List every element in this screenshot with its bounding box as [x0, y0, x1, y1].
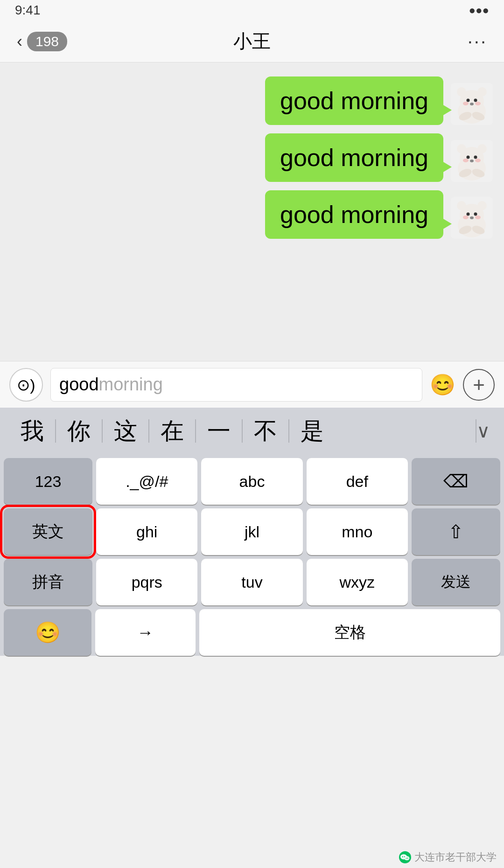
plus-button[interactable]: + — [463, 369, 495, 401]
key-pinyin[interactable]: 拼音 — [4, 559, 92, 605]
svg-point-15 — [467, 156, 470, 159]
svg-point-17 — [463, 159, 469, 162]
bubble-wrap: good morning — [265, 76, 443, 125]
suggest-4[interactable]: 一 — [196, 416, 242, 447]
avatar-1 — [451, 83, 493, 125]
key-symbols[interactable]: ._@/# — [96, 458, 197, 505]
voice-icon: ⊙) — [17, 375, 35, 394]
input-area: ⊙) good morning 😊 + — [0, 361, 504, 408]
message-row: good morning — [11, 133, 493, 182]
shift-icon: ⇧ — [448, 521, 464, 542]
svg-point-28 — [463, 215, 469, 219]
svg-point-13 — [457, 144, 466, 153]
key-english[interactable]: 英文 — [4, 508, 92, 555]
emoji-button[interactable]: 😊 — [430, 373, 455, 397]
svg-point-14 — [477, 144, 487, 153]
message-bubble-1[interactable]: good morning — [265, 76, 443, 125]
suggestion-row: 我 你 这 在 一 不 是 — [9, 416, 476, 447]
keyboard-row-2: 英文 ghi jkl mno ⇧ — [4, 508, 500, 555]
svg-point-30 — [470, 216, 474, 219]
suggestion-text: morning — [99, 375, 163, 395]
bubble-wrap: good morning — [265, 133, 443, 182]
key-def[interactable]: def — [307, 458, 408, 505]
key-tuv[interactable]: tuv — [201, 559, 302, 605]
key-wxyz[interactable]: wxyz — [307, 559, 408, 605]
suggest-0[interactable]: 我 — [9, 416, 55, 447]
key-ghi[interactable]: ghi — [96, 508, 197, 555]
key-123[interactable]: 123 — [4, 458, 92, 505]
header: ‹ 198 小王 ··· — [0, 21, 504, 62]
keyboard-row-3: 拼音 pqrs tuv wxyz 发送 — [4, 559, 500, 605]
keyboard-row-1: 123 ._@/# abc def ⌫ — [4, 458, 500, 505]
key-abc[interactable]: abc — [201, 458, 302, 505]
back-icon[interactable]: ‹ — [17, 32, 22, 51]
suggest-3[interactable]: 在 — [149, 416, 195, 447]
suggest-6[interactable]: 是 — [289, 416, 335, 447]
key-send[interactable]: 发送 — [412, 559, 500, 605]
keyboard: 123 ._@/# abc def ⌫ 英文 ghi jkl mno ⇧ — [0, 454, 504, 656]
suggest-2[interactable]: 这 — [103, 416, 148, 447]
svg-point-7 — [475, 102, 481, 105]
svg-point-26 — [467, 213, 470, 216]
typed-text: good — [59, 375, 99, 395]
svg-point-29 — [475, 215, 481, 219]
key-mno[interactable]: mno — [307, 508, 408, 555]
arrow-icon: → — [137, 623, 154, 642]
svg-point-2 — [457, 87, 466, 97]
key-arrow[interactable]: → — [95, 609, 196, 656]
message-bubble-2[interactable]: good morning — [265, 133, 443, 182]
svg-point-35 — [402, 856, 403, 857]
watermark-text: 大连市老干部大学 — [414, 850, 497, 864]
bubble-wrap: good morning — [265, 190, 443, 239]
message-bubble-3[interactable]: good morning — [265, 190, 443, 239]
emoji-keyboard-icon: 😊 — [35, 620, 61, 645]
chat-area: good morning — [0, 62, 504, 361]
wechat-logo-icon — [399, 851, 412, 864]
voice-button[interactable]: ⊙) — [9, 368, 43, 402]
avatar-2 — [451, 140, 493, 182]
watermark: 大连市老干部大学 — [399, 850, 497, 864]
key-shift[interactable]: ⇧ — [412, 508, 500, 555]
message-row: good morning — [11, 190, 493, 239]
message-row: good morning — [11, 76, 493, 125]
svg-point-39 — [407, 858, 408, 859]
status-bar: 9:41 ●●● — [0, 0, 504, 21]
svg-point-16 — [474, 156, 477, 159]
chat-title: 小王 — [233, 28, 271, 54]
keyboard-row-4: 😊 → 空格 — [4, 609, 500, 656]
more-button[interactable]: ··· — [468, 31, 487, 52]
svg-point-19 — [470, 160, 474, 162]
suggest-1[interactable]: 你 — [56, 416, 102, 447]
key-pqrs[interactable]: pqrs — [96, 559, 197, 605]
key-space[interactable]: 空格 — [199, 609, 500, 656]
svg-point-24 — [457, 201, 466, 210]
key-jkl[interactable]: jkl — [201, 508, 302, 555]
suggest-5[interactable]: 不 — [243, 416, 288, 447]
avatar-3 — [451, 197, 493, 239]
svg-point-4 — [467, 99, 470, 102]
chevron-down-icon[interactable]: ∨ — [476, 420, 495, 442]
key-backspace[interactable]: ⌫ — [412, 458, 500, 505]
svg-point-3 — [477, 87, 487, 97]
header-left: ‹ 198 — [17, 32, 67, 51]
svg-point-8 — [470, 103, 474, 105]
svg-point-18 — [475, 159, 481, 162]
backspace-icon: ⌫ — [443, 471, 469, 492]
keyboard-suggestions: 我 你 这 在 一 不 是 ∨ — [0, 408, 504, 454]
svg-point-38 — [406, 858, 407, 859]
key-emoji[interactable]: 😊 — [4, 609, 91, 656]
message-input[interactable]: good morning — [50, 368, 422, 402]
unread-badge[interactable]: 198 — [27, 32, 67, 51]
svg-point-27 — [474, 213, 477, 216]
svg-point-6 — [463, 102, 469, 105]
svg-point-25 — [477, 201, 487, 210]
svg-point-37 — [405, 856, 410, 861]
svg-point-5 — [474, 99, 477, 102]
